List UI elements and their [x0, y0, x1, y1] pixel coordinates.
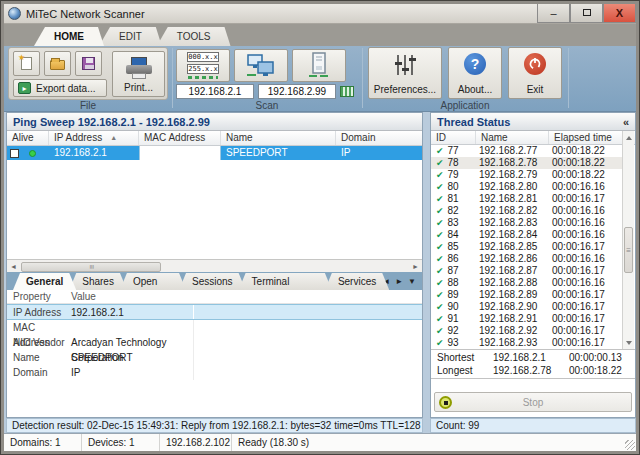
open-button[interactable]	[44, 51, 71, 76]
thread-row[interactable]: ✔83192.168.2.8300:00:16.16	[431, 217, 623, 229]
thread-column-elapsed-time[interactable]: Elapsed time	[549, 131, 623, 144]
thread-name-cell: 192.168.2.92	[476, 325, 549, 337]
ping-sweep-header: Ping Sweep 192.168.2.1 - 192.168.2.99	[7, 113, 422, 131]
collapse-panel-icon[interactable]: «	[623, 116, 629, 128]
thread-row[interactable]: ✔90192.168.2.9000:00:16.17	[431, 301, 623, 313]
horizontal-scrollbar[interactable]: ◄ ≡ ►	[7, 259, 422, 272]
thread-row[interactable]: ✔87192.168.2.8700:00:16.17	[431, 265, 623, 277]
stop-button[interactable]: Stop	[434, 392, 632, 412]
thread-elapsed-cell: 00:00:16.17	[549, 337, 623, 349]
detail-tab-services[interactable]: Services	[325, 273, 389, 290]
property-name: NIC Vendor	[7, 335, 69, 350]
ip-range-scan-button[interactable]: 000.x.x 255.x.x	[176, 49, 230, 82]
thread-id-cell: ✔83	[431, 217, 476, 229]
column-header-mac-address[interactable]: MAC Address	[139, 131, 221, 145]
ribbon-tab-tools[interactable]: TOOLS	[157, 27, 231, 46]
property-row[interactable]: DomainIP	[7, 365, 422, 380]
property-row[interactable]: NameSPEEDPORT	[7, 350, 422, 365]
success-check-icon: ✔	[436, 241, 444, 253]
tab-menu-icon[interactable]: ▼	[408, 277, 416, 286]
thread-row[interactable]: ✔85192.168.2.8500:00:16.17	[431, 241, 623, 253]
thread-row[interactable]: ✔88192.168.2.8800:00:16.16	[431, 277, 623, 289]
save-button[interactable]	[75, 51, 102, 76]
property-row[interactable]: NIC VendorArcadyan Technology Corporatio…	[7, 335, 422, 350]
tab-next-icon[interactable]: ►	[395, 277, 403, 286]
property-grid-body: IP Address192.168.2.1MAC AddressNIC Vend…	[7, 304, 422, 417]
detail-tab-shares[interactable]: Shares	[69, 273, 127, 290]
scrollbar-thumb[interactable]: ≡	[21, 262, 161, 272]
close-button[interactable]: X	[603, 4, 636, 23]
file-group: ★ ▸ Export data... Print...	[8, 47, 168, 100]
scan-to-input[interactable]	[258, 84, 336, 99]
maximize-button[interactable]	[570, 4, 603, 23]
resize-grip[interactable]	[625, 440, 635, 450]
preferences-button[interactable]: Preferences...	[368, 47, 442, 99]
thread-status-title: Thread Status	[437, 116, 510, 128]
group-separator	[172, 48, 173, 108]
exit-button[interactable]: Exit	[508, 47, 562, 99]
column-header-domain[interactable]: Domain	[336, 131, 422, 145]
thread-row[interactable]: ✔84192.168.2.8400:00:16.16	[431, 229, 623, 241]
scroll-down-icon[interactable]	[624, 337, 634, 348]
alive-checkbox[interactable]	[10, 149, 19, 158]
close-icon: X	[616, 7, 623, 19]
detection-result: Detection result: 02-Dec-15 15:49:31: Re…	[6, 418, 423, 433]
thread-row[interactable]: ✔79192.168.2.7900:00:18.22	[431, 169, 623, 181]
minimize-button[interactable]: –	[537, 4, 570, 23]
new-button[interactable]: ★	[13, 51, 40, 76]
thread-row[interactable]: ✔86192.168.2.8600:00:16.16	[431, 253, 623, 265]
scan-from-input[interactable]	[176, 84, 254, 99]
thread-row[interactable]: ✔89192.168.2.8900:00:16.17	[431, 289, 623, 301]
ribbon-tab-home[interactable]: HOME	[34, 27, 104, 46]
thread-scrollbar[interactable]: ≡	[622, 131, 634, 349]
thread-name-cell: 192.168.2.81	[476, 193, 549, 205]
column-header-ip-address[interactable]: IP Address▲	[49, 131, 139, 145]
detail-tab-sessions[interactable]: Sessions	[179, 273, 246, 290]
hosts-table-header: AliveIP Address▲MAC AddressNameDomain	[7, 131, 422, 146]
thread-column-id[interactable]: ID	[431, 131, 476, 144]
thread-row[interactable]: ✔82192.168.2.8200:00:16.16	[431, 205, 623, 217]
column-header-name[interactable]: Name	[221, 131, 336, 145]
hosts-panel: Ping Sweep 192.168.2.1 - 192.168.2.99 Al…	[6, 112, 423, 418]
thread-row[interactable]: ✔93192.168.2.9300:00:16.17	[431, 337, 623, 349]
thread-row[interactable]: ✔81192.168.2.8100:00:16.17	[431, 193, 623, 205]
adapter-icon[interactable]	[340, 86, 354, 97]
detail-tab-open-files[interactable]: Open Files	[120, 273, 186, 290]
thread-row[interactable]: ✔92192.168.2.9200:00:16.17	[431, 325, 623, 337]
status-local-ip: 192.168.2.102	[160, 434, 232, 451]
thread-name-cell: 192.168.2.86	[476, 253, 549, 265]
thread-column-name[interactable]: Name	[476, 131, 549, 144]
detail-tab-general[interactable]: General	[13, 273, 76, 290]
success-check-icon: ✔	[436, 313, 444, 325]
property-name: IP Address	[7, 305, 69, 319]
summary-elapsed: 00:00:00.13	[569, 351, 635, 364]
network-scan-button[interactable]	[234, 49, 288, 82]
scroll-right-icon[interactable]: ►	[409, 260, 422, 272]
property-row[interactable]: IP Address192.168.2.1	[7, 304, 422, 320]
column-header-alive[interactable]: Alive	[7, 131, 49, 145]
thread-scrollbar-thumb[interactable]: ≡	[624, 227, 633, 273]
property-row[interactable]: MAC Address	[7, 320, 422, 335]
export-data-button[interactable]: ▸ Export data...	[13, 79, 107, 97]
window-title: MiTeC Network Scanner	[26, 8, 145, 20]
thread-row[interactable]: ✔78192.168.2.7800:00:18.22	[431, 157, 623, 169]
value-column-header[interactable]: Value	[69, 290, 422, 303]
status-domains: Domains: 1	[4, 434, 82, 451]
hosts-table-body: 192.168.2.1SPEEDPORTIP	[7, 146, 422, 259]
about-button[interactable]: ? About...	[448, 47, 502, 99]
ribbon-tab-edit[interactable]: EDIT	[99, 27, 162, 46]
thread-row[interactable]: ✔91192.168.2.9100:00:16.17	[431, 313, 623, 325]
thread-id: 79	[448, 169, 459, 181]
thread-row[interactable]: ✔77192.168.2.7700:00:18.22	[431, 145, 623, 157]
scroll-left-icon[interactable]: ◄	[7, 260, 20, 272]
print-button[interactable]: Print...	[112, 51, 165, 97]
host-row[interactable]: 192.168.2.1SPEEDPORTIP	[7, 146, 422, 160]
ribbon-tab-strip: HOMEEDITTOOLS	[4, 24, 636, 46]
detail-tab-terminal-sessions[interactable]: Terminal Sessions	[239, 273, 332, 290]
thread-id: 91	[448, 313, 459, 325]
property-column-header[interactable]: Property	[7, 290, 69, 303]
host-scan-button[interactable]	[292, 49, 346, 82]
thread-row[interactable]: ✔80192.168.2.8000:00:16.16	[431, 181, 623, 193]
thread-elapsed-cell: 00:00:18.22	[549, 169, 623, 181]
scroll-up-icon[interactable]	[624, 132, 634, 143]
